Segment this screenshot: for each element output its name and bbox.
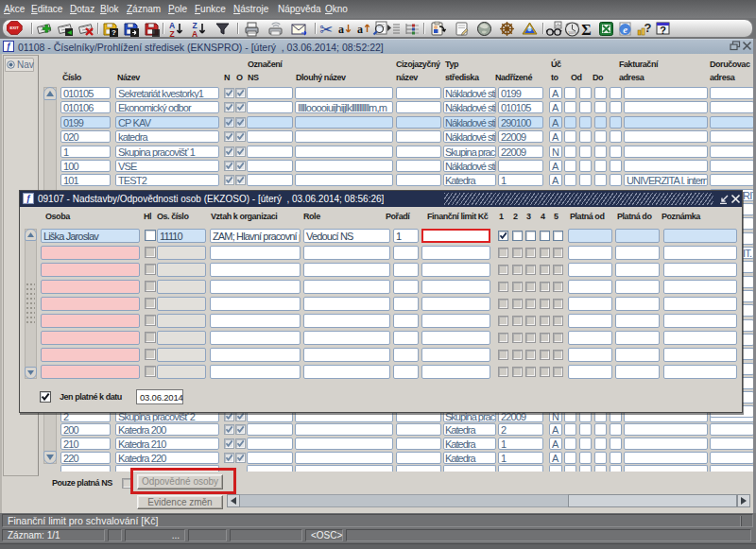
svg-text:a: a — [357, 23, 363, 36]
svg-text:?: ? — [644, 21, 652, 35]
svg-text:100%: 100% — [568, 31, 577, 35]
svg-text:EXIT: EXIT — [9, 26, 19, 30]
svg-text:A: A — [192, 29, 198, 38]
svg-text:Σ: Σ — [581, 22, 591, 38]
svg-text:?: ? — [112, 28, 116, 37]
svg-text:a: a — [338, 23, 344, 36]
svg-text:✂: ✂ — [319, 21, 333, 37]
svg-text:e: e — [623, 25, 627, 35]
svg-text:?: ? — [660, 25, 666, 36]
svg-text:Z: Z — [169, 29, 174, 38]
